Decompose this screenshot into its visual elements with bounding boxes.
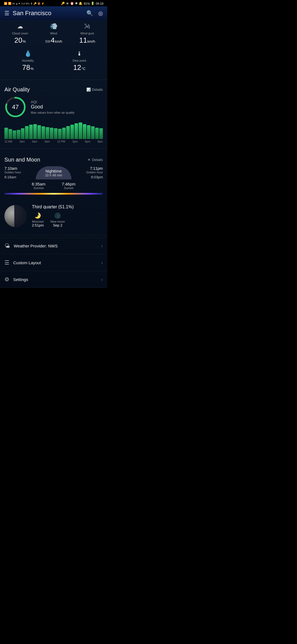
wind-label: Wind: [50, 32, 57, 35]
aqi-circle: 47: [4, 96, 26, 118]
dew-point-icon: 🌡: [76, 50, 82, 57]
search-icon[interactable]: 🔍: [86, 10, 93, 17]
aqi-bar: [46, 127, 49, 139]
signal-icon: 📶: [4, 2, 7, 5]
nighttime-duration: 10 h 48 min: [40, 173, 67, 177]
eye-icon: 👁: [66, 2, 69, 5]
day-gradient-bar: [4, 193, 103, 195]
aqi-bar: [50, 128, 53, 139]
aqi-quality: Good: [31, 104, 75, 110]
key-icon: 🔑: [61, 2, 65, 5]
alarm-icon: ⏰: [70, 2, 74, 5]
evening-sub: 8:03pm: [84, 175, 103, 179]
dnd-icon: 🔕: [37, 2, 40, 5]
settings-row[interactable]: ⚙ Settings ›: [0, 271, 107, 288]
cloud-cover-item: ☁ Cloud cover 20%: [4, 23, 36, 45]
aqi-bar-chart: 12 AM 3am 6am 9am 12 PM 3pm 6pm 9pm: [0, 122, 107, 145]
weather-provider-row[interactable]: 🌤 Weather Provider: NWS ›: [0, 238, 107, 254]
custom-layout-row[interactable]: ☰ Custom Layout ›: [0, 254, 107, 271]
aqi-bar: [42, 126, 45, 139]
wind-gust-item: 🌬 Wind gust 11km/h: [72, 23, 103, 45]
wind-gust-value: 11km/h: [79, 36, 95, 45]
evening-time: 7:11pm: [84, 166, 103, 171]
sunset-label: Sunset: [62, 186, 75, 190]
cloud-icon: ☁: [17, 23, 23, 30]
humidity-item: 💧 Humidity 78%: [4, 50, 51, 72]
vpn-icon: 🔑: [34, 2, 37, 5]
new-moon-event: 🌑 New moon Sep 2: [50, 212, 65, 227]
bluetooth-icon: ✱: [75, 2, 78, 5]
moonset-time: 2:51pm: [32, 223, 44, 227]
moon-phase-title: Third quarter (51.1%): [32, 204, 74, 209]
battery-icon: 🔋: [91, 2, 95, 5]
sun-moon-card: 7:10am Golden hour 6:18am Nighttime 10 h…: [0, 166, 107, 204]
humidity-label: Humidity: [22, 59, 34, 62]
aqi-bar: [99, 128, 103, 139]
new-moon-icon: 🌑: [50, 212, 65, 219]
aqi-description: Max values from other air quality: [31, 111, 75, 114]
layout-label: Custom Layout: [13, 260, 41, 265]
aqi-bar: [4, 128, 8, 139]
header-left: ☰ San Francisco: [4, 10, 51, 17]
aqi-bar: [87, 125, 90, 139]
aqi-bar: [75, 123, 78, 139]
sun-moon-title: Sun and Moon: [4, 157, 40, 163]
dew-point-label: Dew point: [73, 59, 86, 62]
moonset-label: Moonset: [32, 220, 44, 223]
aqi-bar: [33, 124, 37, 139]
golden-hour-morning: 7:10am Golden hour 6:18am: [4, 166, 24, 179]
air-quality-header: Air Quality 📊 Details: [0, 82, 107, 96]
sunrise-label: Sunrise: [32, 186, 45, 190]
settings-icon: ⚙: [4, 276, 9, 283]
moonset-event: 🌛 Moonset 2:51pm: [32, 212, 44, 227]
air-quality-title: Air Quality: [4, 86, 30, 93]
sunrise-item: 6:35am Sunrise: [32, 182, 45, 190]
aqi-bar: [21, 128, 24, 139]
main-content: ☁ Cloud cover 20% 💨 Wind SW 4 km/h 🌬 Win…: [0, 20, 107, 288]
provider-arrow: ›: [101, 243, 103, 249]
header-actions: 🔍 ◎: [86, 10, 103, 17]
aqi-container: 47 AQI Good Max values from other air qu…: [0, 96, 107, 122]
cloud-cover-label: Cloud cover: [12, 32, 28, 35]
dew-point-item: 🌡 Dew point 12°C: [56, 50, 103, 72]
aqi-number: 47: [12, 103, 19, 111]
sun-moon-details-btn[interactable]: ☀ Details: [87, 158, 103, 162]
aqi-bar: [91, 126, 95, 139]
nighttime-bubble: Nighttime 10 h 48 min 6:35am Sunrise 7:4…: [24, 166, 84, 190]
aqi-bar: [9, 129, 12, 139]
aqi-bar: [13, 130, 16, 139]
sunset-time: 7:46pm: [62, 182, 75, 186]
new-moon-label: New moon: [50, 220, 65, 223]
aqi-bar: [29, 125, 33, 139]
weather-bottom-grid: 💧 Humidity 78% 🌡 Dew point 12°C: [0, 50, 107, 77]
moon-phase-section: Third quarter (51.1%) 🌛 Moonset 2:51pm 🌑…: [0, 204, 107, 233]
aqi-bar: [83, 124, 86, 139]
pause-icon: ⏸: [30, 2, 33, 5]
wind-item: 💨 Wind SW 4 km/h: [38, 23, 69, 45]
app-header: ☰ San Francisco 🔍 ◎: [0, 6, 107, 20]
moonset-icon: 🌛: [32, 212, 44, 219]
city-title: San Francisco: [13, 10, 51, 17]
aqi-bar: [37, 125, 41, 139]
aqi-bar: [70, 125, 74, 139]
charge-icon: ⚡: [41, 2, 44, 5]
data-speed: 46 ▲▼ 114 B/s: [12, 2, 29, 5]
location-icon[interactable]: ◎: [98, 10, 103, 17]
morning-time: 7:10am: [4, 166, 24, 171]
layout-arrow: ›: [101, 260, 103, 266]
wind-value: SW 4 km/h: [45, 36, 62, 45]
aqi-bar: [25, 126, 29, 139]
golden-label-left: Golden hour: [4, 171, 24, 174]
moon-info: Third quarter (51.1%) 🌛 Moonset 2:51pm 🌑…: [32, 204, 74, 227]
dew-point-value: 12°C: [73, 63, 86, 72]
moon-events: 🌛 Moonset 2:51pm 🌑 New moon Sep 2: [32, 212, 74, 227]
layout-left: ☰ Custom Layout: [4, 259, 41, 266]
provider-label: Weather Provider: NWS: [14, 244, 58, 248]
menu-icon[interactable]: ☰: [4, 10, 9, 17]
air-quality-details-btn[interactable]: 📊 Details: [86, 88, 103, 92]
aqi-bar: [54, 128, 57, 139]
settings-label: Settings: [13, 277, 28, 282]
golden-label-right: Golden hour: [84, 171, 103, 174]
status-bar: 📶 🛜 46 ▲▼ 114 B/s ⏸ 🔑 🔕 ⚡ 🔑 👁 ⏰ ✱ 🔔 81% …: [0, 0, 107, 6]
wind-gust-label: Wind gust: [81, 32, 94, 35]
